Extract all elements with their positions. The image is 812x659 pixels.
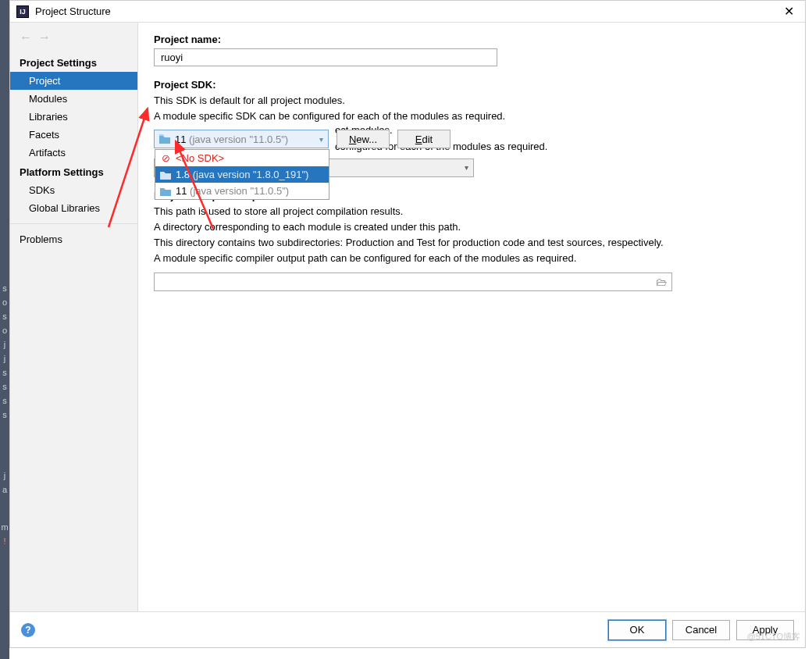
chevron-down-icon: ▾	[465, 163, 468, 172]
divider	[10, 223, 137, 224]
folder-icon	[160, 170, 171, 180]
output-desc-2: A directory corresponding to each module…	[154, 220, 789, 234]
sidebar-item-project[interactable]: Project	[10, 72, 137, 90]
close-icon[interactable]: ✕	[779, 2, 799, 20]
help-icon[interactable]: ?	[21, 623, 35, 637]
browse-folder-icon[interactable]: 🗁	[656, 276, 667, 288]
nav-arrows: ← →	[10, 23, 137, 52]
cancel-button[interactable]: Cancel	[672, 620, 730, 640]
sdk-selected-text: 11 (java version "11.0.5")	[175, 134, 315, 145]
sdk-desc-1: This SDK is default for all project modu…	[154, 94, 789, 108]
titlebar: IJ Project Structure ✕	[10, 1, 805, 23]
dialog-title: Project Structure	[35, 5, 779, 17]
section-project-settings: Project Settings	[10, 52, 137, 72]
folder-icon	[160, 187, 171, 196]
project-name-input[interactable]	[154, 48, 497, 66]
ide-gutter: sosojjssss ja m!	[0, 0, 9, 659]
forward-arrow-icon[interactable]: →	[38, 30, 51, 45]
back-arrow-icon[interactable]: ←	[20, 30, 32, 45]
project-structure-dialog: IJ Project Structure ✕ ← → Project Setti…	[9, 0, 806, 648]
watermark: @51CTO博客	[747, 631, 800, 643]
edit-sdk-button[interactable]: Edit	[397, 130, 451, 148]
sidebar-item-libraries[interactable]: Libraries	[10, 108, 137, 126]
sdk-option-nosdk[interactable]: ⊘ <No SDK>	[155, 150, 329, 166]
new-sdk-button[interactable]: New...	[337, 130, 390, 148]
output-desc-4: A module specific compiler output path c…	[154, 251, 789, 265]
sidebar-item-artifacts[interactable]: Artifacts	[10, 144, 137, 162]
project-sdk-label: Project SDK:	[154, 79, 789, 91]
output-desc-1: This path is used to store all project c…	[154, 205, 789, 219]
sdk-select[interactable]: 11 (java version "11.0.5") ▾ ⊘ <No SDK> …	[154, 130, 329, 148]
chevron-down-icon: ▾	[319, 135, 323, 144]
section-platform-settings: Platform Settings	[10, 162, 137, 181]
sidebar-item-modules[interactable]: Modules	[10, 90, 137, 108]
content-panel: Project name: Project SDK: This SDK is d…	[138, 23, 805, 611]
sdk-option-11[interactable]: 11 (java version "11.0.5")	[155, 183, 329, 199]
sidebar-item-problems[interactable]: Problems	[10, 230, 137, 248]
dialog-footer: ? OK Cancel Apply	[10, 611, 805, 647]
project-name-label: Project name:	[154, 34, 789, 45]
app-icon: IJ	[16, 5, 29, 18]
warn-icon: ⊘	[160, 152, 171, 164]
sdk-desc-2: A module specific SDK can be configured …	[154, 109, 789, 123]
sdk-dropdown: ⊘ <No SDK> 1.8 (java version "1.8.0_191"…	[155, 149, 329, 200]
sidebar-item-global-libraries[interactable]: Global Libraries	[10, 199, 137, 217]
compiler-output-input[interactable]: 🗁	[154, 273, 672, 291]
sidebar: ← → Project Settings Project Modules Lib…	[10, 23, 138, 611]
output-desc-3: This directory contains two subdirectori…	[154, 236, 789, 250]
folder-icon	[159, 134, 170, 144]
sdk-option-18[interactable]: 1.8 (java version "1.8.0_191")	[155, 166, 329, 183]
sidebar-item-facets[interactable]: Facets	[10, 126, 137, 144]
sidebar-item-sdks[interactable]: SDKs	[10, 181, 137, 199]
ok-button[interactable]: OK	[608, 620, 666, 640]
